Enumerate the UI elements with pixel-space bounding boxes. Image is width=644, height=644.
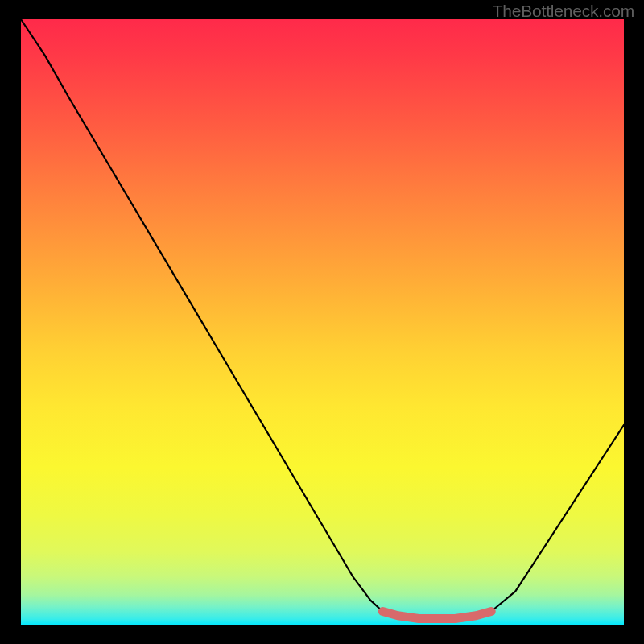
- watermark-text: TheBottleneck.com: [493, 2, 634, 21]
- highlight-segment: [382, 612, 491, 619]
- chart-plot-area: [21, 19, 624, 625]
- chart-svg: [21, 19, 624, 625]
- curve-line: [21, 19, 624, 619]
